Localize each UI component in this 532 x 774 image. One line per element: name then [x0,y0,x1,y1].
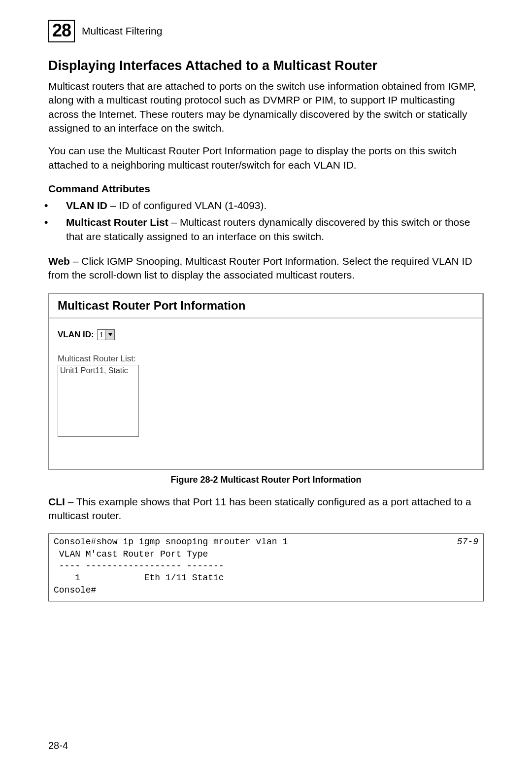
section-title: Displaying Interfaces Attached to a Mult… [48,58,484,73]
mrlist-item[interactable]: Unit1 Port11, Static [60,366,136,375]
cli-output-box: 57-9Console#show ip igmp snooping mroute… [48,533,484,601]
cli-label: CLI [48,496,65,507]
chapter-label: Multicast Filtering [82,25,162,37]
command-attributes-heading: Command Attributes [48,183,484,195]
attr-mrlist-term: Multicast Router List [66,216,168,228]
panel-title: Multicast Router Port Information [58,299,474,313]
screenshot-panel: Multicast Router Port Information VLAN I… [48,293,484,470]
mrlist-listbox[interactable]: Unit1 Port11, Static [58,365,139,437]
vlan-id-value: 1 [100,330,105,339]
cli-intro: CLI – This example shows that Port 11 ha… [48,495,484,523]
cli-output-text: Console#show ip igmp snooping mrouter vl… [54,537,288,595]
attr-mrlist: Multicast Router List – Multicast router… [55,215,484,244]
page-header: 28 Multicast Filtering [48,20,484,42]
cli-page-ref: 57-9 [457,536,478,548]
web-text: – Click IGMP Snooping, Multicast Router … [48,255,472,281]
intro-paragraph-1: Multicast routers that are attached to p… [48,79,484,135]
chapter-number-box: 28 [48,20,75,42]
attr-vlan-id: VLAN ID – ID of configured VLAN (1-4093)… [55,199,484,212]
web-label: Web [48,255,70,267]
panel-right-border [482,294,483,469]
svg-marker-0 [108,333,112,336]
page-number: 28-4 [48,740,68,751]
attr-vlan-id-desc: – ID of configured VLAN (1-4093). [107,200,266,211]
intro-paragraph-2: You can use the Multicast Router Port In… [48,144,484,172]
vlan-id-label: VLAN ID: [58,330,94,340]
vlan-id-select[interactable]: 1 [97,329,115,340]
web-instruction: Web – Click IGMP Snooping, Multicast Rou… [48,254,484,282]
figure-caption: Figure 28-2 Multicast Router Port Inform… [48,475,484,485]
attr-vlan-id-term: VLAN ID [66,200,107,211]
cli-intro-text: – This example shows that Port 11 has be… [48,496,471,521]
chevron-down-icon[interactable] [105,330,114,340]
mrlist-label: Multicast Router List: [58,354,474,364]
attributes-list: VLAN ID – ID of configured VLAN (1-4093)… [48,199,484,244]
